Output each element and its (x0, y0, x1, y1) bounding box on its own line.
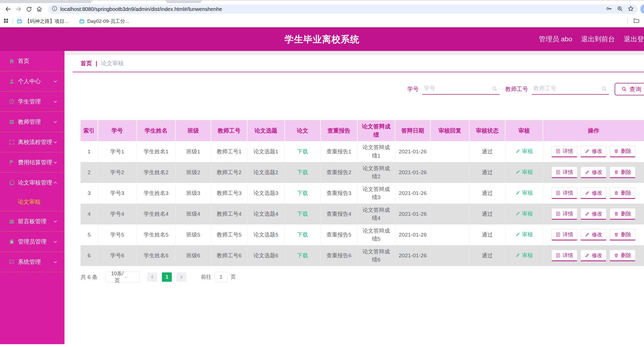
sidebar-item-fee-settlement[interactable]: 费用结算管理 (0, 152, 64, 172)
cell-index: 3 (81, 183, 98, 204)
delete-button[interactable]: 删除 (610, 250, 635, 261)
goto-label: 前往 (201, 273, 211, 280)
download-link[interactable]: 下载 (297, 251, 308, 260)
edit-button[interactable]: 修改 (581, 146, 606, 157)
edit-button[interactable]: 修改 (581, 208, 606, 220)
sidebar-menu: 首页 个人中心 学生管理 教师管理 离校 (0, 51, 64, 344)
goto-page-input[interactable] (214, 272, 227, 282)
review-link[interactable]: 审核 (515, 251, 533, 259)
detail-button[interactable]: 详情 (551, 146, 577, 157)
cell-student-no: 学号5 (98, 224, 137, 245)
forward-icon[interactable] (14, 5, 23, 14)
teacher-no-input[interactable] (532, 84, 609, 95)
edit-button[interactable]: 修改 (581, 187, 606, 199)
review-link[interactable]: 审核 (515, 230, 533, 239)
cell-review: 审核 (505, 245, 543, 266)
sidebar-item-admin[interactable]: 管理员管理 (0, 232, 64, 252)
cell-topic: 论文选题1 (247, 141, 285, 162)
other-bookmarks-folder-icon[interactable] (633, 17, 640, 25)
sidebar-item-teachers[interactable]: 教师管理 (0, 112, 64, 132)
delete-button[interactable]: 删除 (610, 146, 635, 157)
header-user[interactable]: 管理员 abo (539, 35, 572, 44)
cell-report: 查重报告1 (320, 141, 357, 162)
pencil-icon (585, 232, 590, 237)
home-browser-icon[interactable] (35, 5, 44, 14)
delete-button[interactable]: 删除 (610, 187, 635, 199)
refresh-icon[interactable] (24, 5, 33, 14)
cell-review: 审核 (505, 183, 543, 204)
sidebar-item-paper-review[interactable]: 论文审核管理 (0, 173, 64, 193)
download-link[interactable]: 下载 (297, 210, 308, 218)
student-no-label: 学号 (407, 85, 419, 93)
edit-button[interactable]: 修改 (581, 229, 606, 240)
user-icon (9, 78, 15, 84)
logout-to-front-button[interactable]: 退出到前台 (581, 35, 615, 44)
pencil-icon (515, 169, 520, 174)
table-row: 5 学号5 学生姓名5 班级5 教师工号5 论文选题5 下载 查重报告5 论文答… (81, 224, 644, 245)
papers-table: 索引学号学生姓名班级教师工号论文选题论文查重报告论文答辩成绩答辩日期审核回复审核… (81, 120, 644, 266)
apps-grid-icon[interactable] (3, 18, 9, 25)
chevron-down-icon (53, 99, 58, 104)
review-link[interactable]: 审核 (515, 147, 533, 155)
review-link[interactable]: 审核 (515, 189, 533, 197)
detail-button[interactable]: 详情 (551, 250, 577, 261)
detail-button[interactable]: 详情 (551, 208, 577, 220)
sidebar-item-system[interactable]: 系统管理 (0, 252, 64, 272)
grid-icon (9, 119, 15, 125)
main-content: 首页 | 论文审核 学号 教师工号 (64, 51, 644, 347)
edit-button[interactable]: 修改 (581, 167, 606, 178)
edit-button[interactable]: 修改 (581, 250, 606, 261)
chevron-down-icon (53, 160, 58, 165)
bookmark-item[interactable]: Day02-09-员工分... (79, 18, 129, 25)
url-text[interactable]: localhost:8080/springbootb3dn9/admin/dis… (60, 6, 606, 12)
password-key-icon[interactable] (606, 5, 613, 13)
delete-button[interactable]: 删除 (610, 229, 635, 240)
bookmark-item[interactable]: 【码神之路】项目... (17, 18, 69, 25)
url-bar[interactable]: localhost:8080/springbootb3dn9/admin/dis… (48, 4, 638, 14)
cell-index: 4 (81, 204, 98, 224)
query-button[interactable]: 查询 (615, 83, 644, 95)
sidebar-item-students[interactable]: 学生管理 (0, 91, 64, 112)
browser-active-tab[interactable] (91, 1, 167, 3)
bookmark-star-icon[interactable] (627, 5, 634, 13)
delete-button[interactable]: 删除 (610, 167, 635, 178)
profile-avatar[interactable] (640, 4, 644, 14)
logout-button[interactable]: 退出登录 (624, 35, 644, 44)
next-page-button[interactable] (176, 272, 186, 282)
sidebar-item-leave-process[interactable]: 离校流程管理 (0, 132, 64, 152)
info-icon[interactable] (51, 5, 58, 13)
cell-review-status: 通过 (469, 183, 505, 204)
download-link[interactable]: 下载 (297, 168, 308, 176)
download-link[interactable]: 下载 (297, 189, 308, 197)
sidebar-item-message-board[interactable]: 留言板管理 (0, 211, 64, 231)
bilibili-favicon (79, 18, 85, 24)
cell-index: 2 (81, 162, 98, 183)
cell-paper: 下载 (285, 245, 320, 266)
column-header: 审核 (505, 120, 543, 141)
review-link[interactable]: 审核 (515, 168, 533, 176)
zoom-icon[interactable] (617, 5, 623, 13)
back-icon[interactable] (4, 5, 12, 14)
detail-button[interactable]: 详情 (551, 167, 577, 178)
prev-page-button[interactable] (147, 272, 157, 282)
sidebar-item-home[interactable]: 首页 (0, 51, 64, 71)
sidebar-subitem-paper-review-sub[interactable]: 论文审核 (0, 193, 64, 211)
download-link[interactable]: 下载 (297, 231, 308, 239)
detail-button[interactable]: 详情 (551, 187, 577, 199)
detail-button[interactable]: 详情 (551, 229, 577, 240)
browser-toolbar: localhost:8080/springbootb3dn9/admin/dis… (0, 3, 644, 15)
total-count: 共 6 条 (81, 273, 97, 281)
cell-defense-date: 2021-01-26 (395, 245, 430, 266)
download-link[interactable]: 下载 (297, 147, 308, 156)
sidebar-group: 个人中心 (0, 71, 64, 91)
page-size-select[interactable]: 10条/页 (106, 272, 140, 283)
cell-actions: 详情 修改 删除 (543, 245, 644, 266)
student-no-input[interactable] (422, 84, 500, 95)
review-link[interactable]: 审核 (515, 209, 533, 218)
sidebar-item-profile[interactable]: 个人中心 (0, 71, 64, 91)
cell-actions: 详情 修改 删除 (543, 141, 644, 162)
cell-index: 6 (81, 245, 98, 266)
delete-button[interactable]: 删除 (610, 208, 635, 220)
breadcrumb-home[interactable]: 首页 (81, 60, 92, 67)
current-page-button[interactable]: 1 (162, 272, 172, 282)
